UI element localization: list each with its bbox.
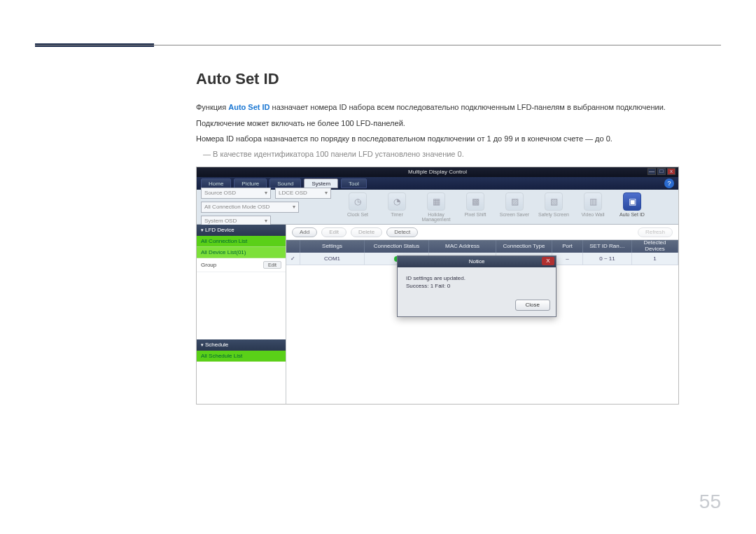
cell-port: – [552,253,583,265]
toolbar-icons: ◷Clock Set◔Timer▦Holiday Management▩Pixe… [342,192,648,222]
window-maximize-button[interactable]: □ [657,168,666,175]
window-buttons: — □ x [648,168,676,175]
detect-button[interactable]: Detect [386,227,418,237]
col-mac-address: MAC Address [429,240,496,253]
cell-checkbox[interactable]: ✓ [286,253,300,265]
sidebar-lfd-header[interactable]: LFD Device [197,225,286,236]
sidebar-schedule-header[interactable]: Schedule [197,339,286,351]
timer-icon: ◔ [388,192,406,211]
toolbar-ssave-label: Screen Saver [500,212,529,217]
page-number: 55 [699,491,721,513]
safety-icon: ▧ [545,192,563,211]
window-minimize-button[interactable]: — [648,168,656,175]
add-button[interactable]: Add [292,227,317,237]
auto-set-id-term: Auto Set ID [228,103,270,111]
toolbar-safety-button[interactable]: ▧Safety Screen [538,192,569,217]
footnote: В качестве идентификатора 100 панели LFD… [196,150,721,158]
sidebar-all-connection-list[interactable]: All Connection List [197,236,286,247]
window-titlebar: Multiple Display Control — □ x [197,167,678,177]
sidebar-group-edit-button[interactable]: Edit [263,261,281,269]
combo-ldce-osd[interactable]: LDCE OSD▾ [275,188,331,199]
help-icon[interactable]: ? [664,178,674,188]
content-area: Auto Set ID Функция Auto Set ID назначае… [196,70,721,405]
notice-body: ID settings are updated. Success: 1 Fail… [398,267,556,297]
paragraph-1: Функция Auto Set ID назначает номера ID … [196,101,721,114]
cell-detected: 1 [632,253,678,265]
para1-pre: Функция [196,103,228,111]
toolbar-auto-label: Auto Set ID [620,212,645,217]
toolbar-vwall-button[interactable]: ▥Video Wall [578,192,608,217]
col-set-id-range: SET ID Ran… [583,240,632,253]
sidebar: LFD Device All Connection List All Devic… [197,225,286,404]
paragraph-2: Подключение может включать не более 100 … [196,117,721,130]
edit-button[interactable]: Edit [321,227,346,237]
toolbar-clock-button[interactable]: ◷Clock Set [342,192,373,217]
col-detected-devices: Detected Devices [632,240,678,253]
window-title: Multiple Display Control [408,169,467,175]
mdc-app-window: Multiple Display Control — □ x Home Pict… [196,167,679,405]
vwall-icon: ▥ [584,192,602,211]
toolbar-safety-label: Safety Screen [538,212,569,217]
toolbar-pixel-label: Pixel Shift [464,212,486,217]
toolbar-auto-button[interactable]: ▣Auto Set ID [617,192,648,217]
combo-allconn-osd[interactable]: All Connection Mode OSD▾ [201,202,299,213]
sidebar-all-schedule-list[interactable]: All Schedule List [197,351,286,362]
grid-header: Settings Connection Status MAC Address C… [286,240,678,253]
notice-dialog: Notice X ID settings are updated. Succes… [397,255,556,317]
toolbar-vwall-label: Video Wall [581,212,604,217]
ssave-icon: ▨ [505,192,524,211]
notice-title-text: Notice [469,258,485,265]
notice-footer: Close [398,297,556,316]
col-port: Port [552,240,583,253]
toolbar: Source OSD▾ LDCE OSD▾ All Connection Mod… [197,190,678,225]
pixel-icon: ▩ [466,192,484,211]
clock-icon: ◷ [349,192,367,211]
toolbar-holiday-label: Holiday Management [421,212,451,222]
notice-close-action-button[interactable]: Close [515,300,550,311]
paragraph-3: Номера ID набора назначается по порядку … [196,132,721,146]
sidebar-group-label: Group [201,262,216,268]
sidebar-group-item[interactable]: Group Edit [197,258,286,272]
auto-icon: ▣ [623,192,641,211]
col-settings: Settings [300,240,365,253]
holiday-icon: ▦ [427,192,445,211]
header-rule [35,45,721,45]
col-connection-status: Connection Status [365,240,429,253]
combo-source-osd[interactable]: Source OSD▾ [201,188,271,199]
sidebar-all-device-list[interactable]: All Device List(01) [197,247,286,258]
action-button-row: Add Edit Delete Detect Refresh [286,225,678,240]
cell-settings: COM1 [300,253,365,265]
toolbar-timer-label: Timer [391,212,403,217]
delete-button[interactable]: Delete [351,227,382,237]
toolbar-ssave-button[interactable]: ▨Screen Saver [499,192,530,217]
col-connection-type: Connection Type [496,240,552,253]
para1-post: назначает номера ID набора всем последов… [270,103,666,111]
window-close-button[interactable]: x [667,168,676,175]
refresh-button[interactable]: Refresh [638,227,673,237]
toolbar-holiday-button[interactable]: ▦Holiday Management [421,192,451,222]
cell-range: 0 ~ 11 [583,253,632,265]
notice-close-button[interactable]: X [542,257,554,265]
col-index [286,240,300,253]
tab-tool[interactable]: Tool [341,178,367,188]
section-heading: Auto Set ID [196,70,721,88]
notice-titlebar: Notice X [398,256,556,267]
notice-line1: ID settings are updated. [406,274,547,282]
toolbar-timer-button[interactable]: ◔Timer [382,192,412,217]
toolbar-pixel-button[interactable]: ▩Pixel Shift [460,192,491,217]
notice-line2: Success: 1 Fail: 0 [406,282,547,290]
toolbar-clock-label: Clock Set [347,212,368,217]
toolbar-dropdowns: Source OSD▾ LDCE OSD▾ All Connection Mod… [201,188,331,227]
